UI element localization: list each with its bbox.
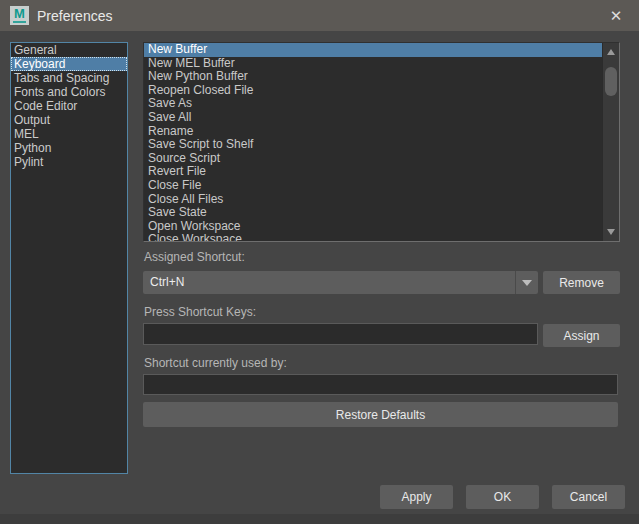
arrow-down-icon [607,229,615,235]
assigned-shortcut-dropdown[interactable]: Ctrl+N [143,271,538,294]
arrow-up-icon [607,49,615,55]
sidebar-item-pylint[interactable]: Pylint [11,155,127,169]
titlebar[interactable]: M Preferences ✕ [0,0,639,31]
scrollbar-track[interactable] [602,43,619,241]
sidebar-list[interactable]: GeneralKeyboardTabs and SpacingFonts and… [10,42,128,474]
command-item-save-as[interactable]: Save As [144,97,602,111]
press-shortcut-label: Press Shortcut Keys: [144,305,256,319]
window-title: Preferences [37,8,112,24]
command-item-save-script-to-shelf[interactable]: Save Script to Shelf [144,138,602,152]
command-item-new-python-buffer[interactable]: New Python Buffer [144,70,602,84]
command-item-revert-file[interactable]: Revert File [144,165,602,179]
command-item-new-mel-buffer[interactable]: New MEL Buffer [144,57,602,71]
sidebar-item-fonts-and-colors[interactable]: Fonts and Colors [11,85,127,99]
command-item-close-file[interactable]: Close File [144,179,602,193]
assigned-shortcut-value: Ctrl+N [143,271,538,294]
command-item-open-workspace[interactable]: Open Workspace [144,220,602,234]
sidebar-item-keyboard[interactable]: Keyboard [11,57,127,71]
shortcut-used-by-input[interactable] [143,374,618,395]
scrollbar-up-button[interactable] [603,44,619,60]
command-list[interactable]: New BufferNew MEL BufferNew Python Buffe… [144,43,602,241]
command-item-close-all-files[interactable]: Close All Files [144,193,602,207]
command-item-new-buffer[interactable]: New Buffer [144,43,602,57]
command-item-close-workspace[interactable]: Close Workspace [144,233,602,241]
cancel-button[interactable]: Cancel [552,485,625,509]
shortcut-used-by-label: Shortcut currently used by: [144,356,287,370]
restore-defaults-button[interactable]: Restore Defaults [143,402,618,427]
sidebar-item-mel[interactable]: MEL [11,127,127,141]
press-shortcut-input[interactable] [143,323,538,345]
ok-button[interactable]: OK [466,485,539,509]
close-button[interactable]: ✕ [593,0,639,31]
command-item-reopen-closed-file[interactable]: Reopen Closed File [144,84,602,98]
command-item-source-script[interactable]: Source Script [144,152,602,166]
preferences-dialog: { "window": { "title": "Preferences", "l… [0,0,639,524]
sidebar-item-tabs-and-spacing[interactable]: Tabs and Spacing [11,71,127,85]
chevron-down-icon[interactable] [515,271,538,294]
apply-button[interactable]: Apply [380,485,453,509]
sidebar-item-python[interactable]: Python [11,141,127,155]
dialog-bottom-edge [0,514,639,524]
command-item-save-state[interactable]: Save State [144,206,602,220]
maya-logo-icon: M [10,6,29,25]
command-item-save-all[interactable]: Save All [144,111,602,125]
close-icon: ✕ [610,7,623,25]
sidebar-item-output[interactable]: Output [11,113,127,127]
assign-button[interactable]: Assign [543,324,620,347]
sidebar-item-general[interactable]: General [11,43,127,57]
remove-button[interactable]: Remove [543,271,620,294]
scrollbar-thumb[interactable] [605,67,617,96]
sidebar-item-code-editor[interactable]: Code Editor [11,99,127,113]
command-item-rename[interactable]: Rename [144,125,602,139]
scrollbar-down-button[interactable] [603,224,619,240]
assigned-shortcut-label: Assigned Shortcut: [144,250,245,264]
command-list-panel: New BufferNew MEL BufferNew Python Buffe… [143,42,620,242]
